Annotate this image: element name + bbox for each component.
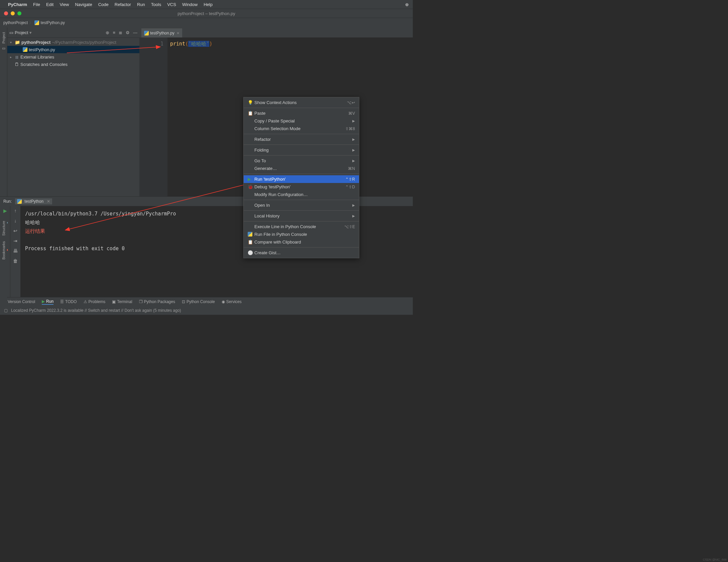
left-bottom-strip: Structure Bookmarks [0,214,7,308]
locate-icon[interactable]: ⊕ [106,30,109,35]
editor-tab-testpython[interactable]: testPython.py ✕ [141,28,182,37]
warning-icon: ⚠ [84,299,87,304]
python-file-icon [23,47,27,52]
hide-icon[interactable]: — [133,30,137,35]
vcs-tool[interactable]: ᛘVersion Control [4,299,35,304]
close-icon[interactable]: ✕ [47,199,50,204]
terminal-icon: ▣ [112,299,116,304]
ctx-compare-with-clipboard[interactable]: 📋Compare with Clipboard [244,238,359,246]
menu-run[interactable]: Run [137,2,145,7]
gear-icon[interactable]: ⚙ [126,30,130,35]
menu-navigate[interactable]: Navigate [75,2,92,7]
menu-tools[interactable]: Tools [151,2,161,7]
list-icon: ☰ [60,299,64,304]
ctx-run-testpython-[interactable]: ▶Run 'testPython'⌃⇧R [244,175,359,183]
status-bar: ▢ Localized PyCharm 2022.3.2 is availabl… [0,306,413,315]
package-icon: ❒ [139,299,143,304]
breadcrumb: pythonProject 〉 testPython.py [0,18,413,27]
ctx-column-selection-mode[interactable]: Column Selection Mode⇧⌘8 [244,125,359,132]
window-minimize-button[interactable] [11,11,15,15]
close-tab-icon[interactable]: ✕ [176,31,179,35]
python-file-icon [17,199,22,204]
ctx-debug-testpython-[interactable]: 🐞Debug 'testPython'⌃⇧D [244,183,359,191]
run-tool[interactable]: ▶Run [42,299,53,305]
ctx-copy-paste-special[interactable]: Copy / Paste Special▶ [244,117,359,125]
ctx-run-file-in-python-console[interactable]: Run File in Python Console [244,230,359,238]
gutter: 1 [139,37,167,196]
library-icon: ⫼ [15,55,19,60]
project-tool-tab[interactable]: Project [2,32,6,43]
left-tool-strip: Project ▭ [0,27,7,196]
run-label: Run: [3,199,12,204]
ctx-generate-[interactable]: Generate…⌘N [244,165,359,172]
breadcrumb-file[interactable]: testPython.py [40,20,65,25]
ctx-create-gist-[interactable]: ⚪Create Gist… [244,249,359,257]
print-icon[interactable]: 🖶 [13,248,18,254]
menu-vcs[interactable]: VCS [167,2,176,7]
menu-view[interactable]: View [59,2,69,7]
tree-external-libraries[interactable]: ▸⫼External Libraries [7,53,139,61]
ctx-go-to[interactable]: Go To▶ [244,157,359,165]
ctx-modify-run-configuration-[interactable]: Modify Run Configuration… [244,191,359,198]
rerun-icon[interactable]: ▶ [3,208,7,213]
ctx-refactor[interactable]: Refactor▶ [244,135,359,143]
project-header-label: Project [15,30,28,35]
project-tree: ▾📁pythonProject~/PycharmProjects/pythonP… [7,38,139,196]
breadcrumb-root[interactable]: pythonProject [3,20,28,25]
menu-window[interactable]: Window [182,2,198,7]
window-close-button[interactable] [4,11,8,15]
code-line-1[interactable]: print('哈哈哈') [167,37,212,196]
services-icon: ◉ [222,299,225,304]
menu-code[interactable]: Code [98,2,109,7]
services-tool[interactable]: ◉Services [222,299,242,304]
chevron-right-icon: 〉 [29,20,33,26]
expand-all-icon[interactable]: ≡ [113,30,115,35]
scroll-icon[interactable]: ⇥ [13,238,17,244]
problems-tool[interactable]: ⚠Problems [84,299,106,304]
soft-wrap-icon[interactable]: ↩ [13,228,17,233]
ctx-open-in[interactable]: Open In▶ [244,201,359,209]
menu-help[interactable]: Help [204,2,213,7]
console-icon: ⊡ [182,299,185,304]
menu-edit[interactable]: Edit [46,2,53,7]
app-name[interactable]: PyCharm [8,2,27,7]
python-packages-tool[interactable]: ❒Python Packages [139,299,175,304]
python-file-icon [144,31,149,35]
window-title: pythonProject – testPython.py [177,11,235,16]
collapse-all-icon[interactable]: ≣ [119,30,122,35]
down-arrow-icon[interactable]: ↓ [14,218,17,223]
python-file-icon [34,20,39,25]
tree-file-testpython[interactable]: testPython.py [7,46,139,53]
tool-window-icon[interactable]: ▢ [4,308,8,313]
menu-file[interactable]: File [33,2,40,7]
todo-tool[interactable]: ☰TODO [60,299,77,304]
up-arrow-icon[interactable]: ↑ [14,208,17,213]
run-config-tab[interactable]: testPython✕ [15,198,52,204]
dropdown-chevron-icon[interactable]: ▾ [29,30,32,35]
ctx-paste[interactable]: 📋Paste⌘V [244,109,359,117]
tree-scratches[interactable]: 🗒Scratches and Consoles [7,61,139,68]
ctx-local-history[interactable]: Local History▶ [244,212,359,220]
macos-menubar: PyCharm File Edit View Navigate Code Ref… [0,0,413,9]
titlebar: pythonProject – testPython.py [0,9,413,18]
window-zoom-button[interactable] [17,11,21,15]
ctx-execute-line-in-python-console[interactable]: Execute Line in Python Console⌥⇧E [244,223,359,230]
folder-icon[interactable]: ▭ [2,46,5,51]
ctx-folding[interactable]: Folding▶ [244,146,359,154]
structure-tab[interactable]: Structure [2,221,6,236]
terminal-tool[interactable]: ▣Terminal [112,299,132,304]
menu-refactor[interactable]: Refactor [115,2,131,7]
trash-icon[interactable]: 🗑 [13,258,18,264]
bottom-tool-bar: ᛘVersion Control ▶Run ☰TODO ⚠Problems ▣T… [0,297,413,306]
scratch-icon: 🗒 [15,62,19,67]
menubar-extras-icon[interactable]: ⊕ [405,2,409,7]
status-message[interactable]: Localized PyCharm 2022.3.2 is available … [11,308,181,313]
bookmarks-tab[interactable]: Bookmarks [2,241,6,260]
project-pane: ▭ Project ▾ ⊕ ≡ ≣ ⚙ — ▾📁pythonProject~/P… [7,27,139,196]
python-console-tool[interactable]: ⊡Python Console [182,299,215,304]
tree-root[interactable]: ▾📁pythonProject~/PycharmProjects/pythonP… [7,38,139,46]
run-toolbar-mid: ↑ ↓ ↩ ⇥ 🖶 🗑 [10,206,20,297]
annotation-label: 运行结果 [25,228,45,234]
play-icon: ▶ [42,299,45,304]
ctx-show-context-actions[interactable]: 💡Show Context Actions⌥↩ [244,99,359,106]
